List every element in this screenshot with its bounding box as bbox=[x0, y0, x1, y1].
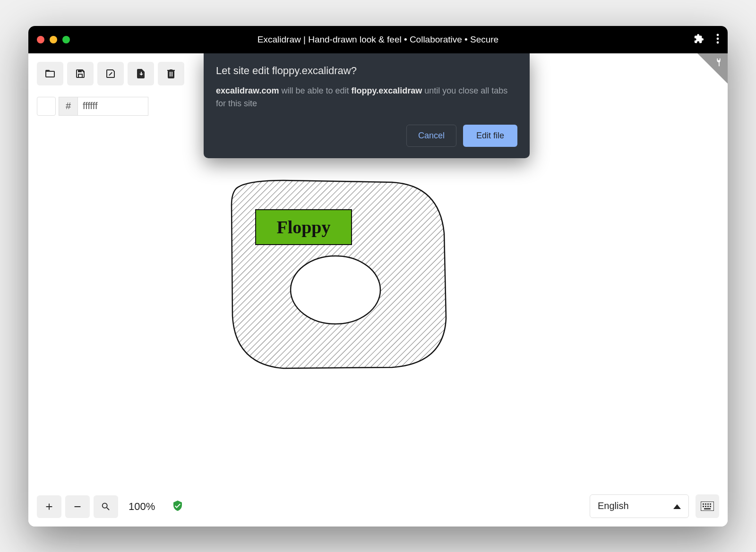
traffic-lights bbox=[37, 36, 70, 43]
svg-point-1 bbox=[717, 37, 719, 40]
zoom-reset-button[interactable] bbox=[94, 495, 118, 518]
svg-rect-12 bbox=[703, 506, 704, 507]
color-swatch[interactable] bbox=[37, 97, 56, 116]
svg-point-2 bbox=[717, 41, 719, 43]
window-title: Excalidraw | Hand-drawn look & feel • Co… bbox=[258, 34, 498, 45]
export-button[interactable] bbox=[128, 62, 154, 85]
open-button[interactable] bbox=[37, 62, 63, 85]
clear-button[interactable] bbox=[158, 62, 184, 85]
language-select[interactable]: English bbox=[590, 494, 689, 518]
dialog-site: excalidraw.com bbox=[216, 86, 279, 95]
svg-rect-16 bbox=[704, 508, 711, 510]
close-window-button[interactable] bbox=[37, 36, 44, 43]
chevron-up-icon bbox=[673, 501, 681, 511]
browser-window: Excalidraw | Hand-drawn look & feel • Co… bbox=[28, 26, 728, 527]
svg-rect-10 bbox=[707, 503, 709, 505]
app-area: # Let site edit floppy.excalidraw? excal… bbox=[28, 53, 728, 527]
zoom-controls: 100% bbox=[37, 495, 183, 518]
cancel-button[interactable]: Cancel bbox=[406, 125, 456, 147]
svg-rect-14 bbox=[707, 506, 709, 507]
browser-menu-icon[interactable] bbox=[716, 34, 719, 46]
shield-icon[interactable] bbox=[172, 500, 183, 513]
permission-dialog: Let site edit floppy.excalidraw? excalid… bbox=[204, 53, 530, 159]
language-label: English bbox=[598, 501, 629, 511]
toolbar bbox=[37, 62, 184, 85]
extensions-icon[interactable] bbox=[694, 34, 704, 46]
minimize-window-button[interactable] bbox=[50, 36, 57, 43]
zoom-level[interactable]: 100% bbox=[122, 501, 162, 513]
zoom-in-button[interactable] bbox=[37, 495, 61, 518]
hash-label: # bbox=[59, 97, 77, 116]
dialog-file: floppy.excalidraw bbox=[352, 86, 422, 95]
svg-rect-15 bbox=[710, 506, 711, 507]
floppy-label[interactable]: Floppy bbox=[255, 209, 352, 245]
color-hex-input[interactable] bbox=[77, 97, 148, 116]
maximize-window-button[interactable] bbox=[62, 36, 70, 43]
dialog-body: excalidraw.com will be able to edit flop… bbox=[216, 85, 517, 111]
titlebar: Excalidraw | Hand-drawn look & feel • Co… bbox=[28, 26, 728, 53]
background-color-control: # bbox=[37, 97, 148, 116]
plug-icon[interactable] bbox=[713, 57, 724, 69]
svg-rect-8 bbox=[703, 503, 704, 505]
svg-rect-13 bbox=[705, 506, 706, 507]
svg-rect-9 bbox=[705, 503, 706, 505]
svg-rect-11 bbox=[710, 503, 711, 505]
save-button[interactable] bbox=[67, 62, 94, 85]
svg-point-6 bbox=[291, 256, 380, 324]
footer-right: English bbox=[590, 494, 719, 518]
keyboard-shortcuts-button[interactable] bbox=[696, 494, 719, 518]
svg-point-0 bbox=[717, 34, 719, 36]
edit-file-button[interactable]: Edit file bbox=[463, 125, 517, 147]
dialog-title: Let site edit floppy.excalidraw? bbox=[216, 65, 517, 77]
save-as-button[interactable] bbox=[97, 62, 124, 85]
zoom-out-button[interactable] bbox=[65, 495, 90, 518]
